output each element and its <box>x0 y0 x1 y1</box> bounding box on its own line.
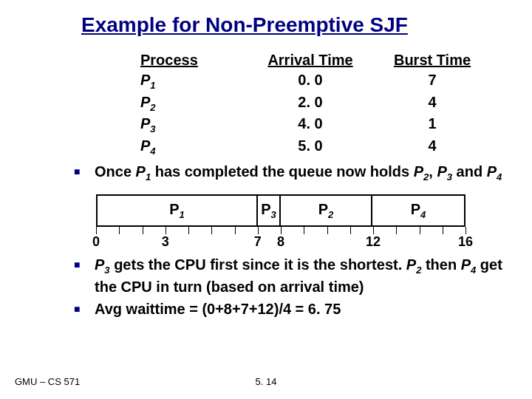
bullet-avg: ■ Avg waittime = (0+8+7+12)/4 = 6. 75 <box>74 299 502 318</box>
tick-mark <box>281 227 282 234</box>
axis-label: 8 <box>277 234 284 250</box>
tick-mark <box>143 227 143 234</box>
tick-mark <box>166 227 166 234</box>
axis-label: 7 <box>254 234 262 250</box>
tick-mark <box>327 227 328 234</box>
tick-mark <box>188 227 189 234</box>
slide-title: Example for Non-Preemptive SJF <box>81 13 502 37</box>
table-row: P45. 04 <box>140 136 502 158</box>
table-row: P34. 01 <box>140 114 502 136</box>
tick-mark <box>258 227 259 234</box>
gantt-segment: P4 <box>372 196 464 225</box>
tick-mark <box>396 227 397 234</box>
bullet-icon: ■ <box>74 162 95 181</box>
bullet-icon: ■ <box>74 299 95 318</box>
col-header-process: Process <box>140 50 244 70</box>
tick-mark <box>443 227 443 234</box>
footer-course: GMU – CS 571 <box>15 376 80 387</box>
process-table: Process Arrival Time Burst Time P10. 07P… <box>140 50 502 157</box>
axis-label: 0 <box>92 234 100 250</box>
tick-mark <box>96 227 97 234</box>
tick-mark <box>235 227 236 234</box>
gantt-segment: P2 <box>281 196 372 225</box>
col-header-burst: Burst Time <box>377 50 488 70</box>
bullet-icon: ■ <box>74 255 95 274</box>
bullet-queue: ■ Once P1 has completed the queue now ho… <box>74 162 502 184</box>
tick-mark <box>420 227 420 234</box>
tick-mark <box>211 227 212 234</box>
axis-label: 16 <box>458 234 473 250</box>
gantt-segment: P1 <box>98 196 258 225</box>
axis-label: 12 <box>366 234 381 250</box>
tick-mark <box>304 227 304 234</box>
tick-mark <box>119 227 120 234</box>
footer-page: 5. 14 <box>256 376 277 387</box>
tick-mark <box>350 227 351 234</box>
gantt-chart: P1P3P2P4 03781216 <box>96 194 466 250</box>
gantt-segment: P3 <box>258 196 281 225</box>
col-header-arrival: Arrival Time <box>244 50 377 70</box>
table-row: P10. 07 <box>140 70 502 92</box>
bullet-order: ■ P3 gets the CPU first since it is the … <box>74 255 502 296</box>
tick-mark <box>373 227 374 234</box>
table-row: P22. 04 <box>140 92 502 115</box>
axis-label: 3 <box>162 234 169 250</box>
tick-mark <box>466 227 466 234</box>
